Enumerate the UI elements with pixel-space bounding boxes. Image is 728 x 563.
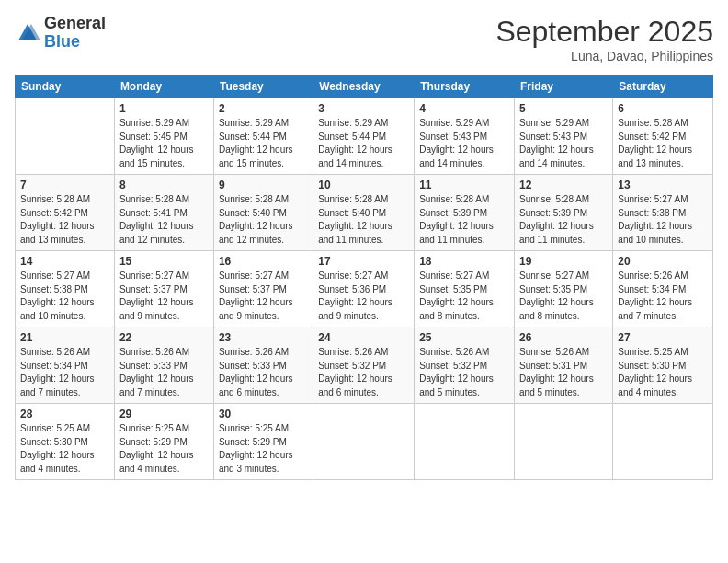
day-info: Sunrise: 5:28 AM Sunset: 5:42 PM Dayligh…: [618, 117, 708, 170]
calendar-cell: 19Sunrise: 5:27 AM Sunset: 5:35 PM Dayli…: [515, 251, 613, 327]
calendar-week-row: 1Sunrise: 5:29 AM Sunset: 5:45 PM Daylig…: [16, 98, 713, 175]
day-number: 22: [119, 331, 209, 344]
month-title: September 2025: [495, 15, 713, 49]
calendar-cell: 25Sunrise: 5:26 AM Sunset: 5:32 PM Dayli…: [415, 327, 515, 404]
calendar-cell: 17Sunrise: 5:27 AM Sunset: 5:36 PM Dayli…: [313, 251, 415, 327]
day-of-week-header: Wednesday: [313, 75, 415, 98]
calendar-week-row: 21Sunrise: 5:26 AM Sunset: 5:34 PM Dayli…: [16, 327, 713, 404]
day-info: Sunrise: 5:28 AM Sunset: 5:40 PM Dayligh…: [219, 193, 308, 247]
calendar-cell: [515, 404, 613, 480]
calendar-cell: 16Sunrise: 5:27 AM Sunset: 5:37 PM Dayli…: [213, 251, 313, 327]
day-info: Sunrise: 5:28 AM Sunset: 5:40 PM Dayligh…: [318, 193, 409, 247]
day-info: Sunrise: 5:26 AM Sunset: 5:32 PM Dayligh…: [419, 346, 509, 399]
day-info: Sunrise: 5:29 AM Sunset: 5:45 PM Dayligh…: [119, 117, 209, 170]
day-info: Sunrise: 5:26 AM Sunset: 5:33 PM Dayligh…: [119, 346, 209, 399]
calendar-cell: 11Sunrise: 5:28 AM Sunset: 5:39 PM Dayli…: [415, 175, 515, 251]
calendar-cell: 3Sunrise: 5:29 AM Sunset: 5:44 PM Daylig…: [313, 98, 415, 175]
day-number: 6: [618, 102, 708, 115]
day-info: Sunrise: 5:27 AM Sunset: 5:38 PM Dayligh…: [20, 270, 109, 323]
day-info: Sunrise: 5:26 AM Sunset: 5:34 PM Dayligh…: [20, 346, 109, 399]
day-number: 15: [119, 255, 209, 268]
day-number: 30: [219, 408, 308, 420]
day-number: 13: [618, 178, 708, 191]
title-block: September 2025 Luna, Davao, Philippines: [495, 15, 713, 63]
day-info: Sunrise: 5:29 AM Sunset: 5:43 PM Dayligh…: [419, 117, 509, 170]
calendar-cell: 4Sunrise: 5:29 AM Sunset: 5:43 PM Daylig…: [415, 98, 515, 175]
calendar-cell: 23Sunrise: 5:26 AM Sunset: 5:33 PM Dayli…: [213, 327, 313, 404]
day-info: Sunrise: 5:26 AM Sunset: 5:31 PM Dayligh…: [519, 346, 608, 399]
day-number: 1: [119, 102, 209, 115]
day-info: Sunrise: 5:28 AM Sunset: 5:41 PM Dayligh…: [119, 193, 209, 247]
day-number: 14: [20, 255, 109, 268]
calendar-week-row: 7Sunrise: 5:28 AM Sunset: 5:42 PM Daylig…: [16, 175, 713, 251]
day-info: Sunrise: 5:29 AM Sunset: 5:43 PM Dayligh…: [519, 117, 608, 170]
calendar-cell: 7Sunrise: 5:28 AM Sunset: 5:42 PM Daylig…: [16, 175, 115, 251]
day-number: 2: [219, 102, 308, 115]
day-number: 3: [318, 102, 409, 115]
calendar-cell: [415, 404, 515, 480]
day-number: 27: [618, 331, 708, 344]
calendar-cell: 13Sunrise: 5:27 AM Sunset: 5:38 PM Dayli…: [613, 175, 713, 251]
calendar-cell: 6Sunrise: 5:28 AM Sunset: 5:42 PM Daylig…: [613, 98, 713, 175]
logo: General Blue: [15, 15, 106, 52]
day-of-week-header: Thursday: [415, 75, 515, 98]
day-number: 23: [219, 331, 308, 344]
day-number: 21: [20, 331, 109, 344]
calendar-cell: 18Sunrise: 5:27 AM Sunset: 5:35 PM Dayli…: [415, 251, 515, 327]
day-info: Sunrise: 5:27 AM Sunset: 5:35 PM Dayligh…: [519, 270, 608, 323]
day-info: Sunrise: 5:25 AM Sunset: 5:30 PM Dayligh…: [20, 422, 109, 476]
logo-text: General Blue: [44, 15, 106, 52]
calendar-cell: 28Sunrise: 5:25 AM Sunset: 5:30 PM Dayli…: [16, 404, 115, 480]
calendar-week-row: 28Sunrise: 5:25 AM Sunset: 5:30 PM Dayli…: [16, 404, 713, 480]
day-number: 20: [618, 255, 708, 268]
day-of-week-header: Tuesday: [213, 75, 313, 98]
day-number: 12: [519, 178, 608, 191]
day-info: Sunrise: 5:25 AM Sunset: 5:29 PM Dayligh…: [219, 422, 308, 476]
logo-general: General: [44, 14, 106, 32]
calendar-cell: 8Sunrise: 5:28 AM Sunset: 5:41 PM Daylig…: [114, 175, 213, 251]
day-info: Sunrise: 5:26 AM Sunset: 5:34 PM Dayligh…: [618, 270, 708, 323]
day-number: 7: [20, 178, 109, 191]
calendar-cell: 26Sunrise: 5:26 AM Sunset: 5:31 PM Dayli…: [515, 327, 613, 404]
day-info: Sunrise: 5:28 AM Sunset: 5:39 PM Dayligh…: [519, 193, 608, 247]
day-of-week-header: Sunday: [16, 75, 115, 98]
calendar-header-row: SundayMondayTuesdayWednesdayThursdayFrid…: [16, 75, 713, 98]
day-number: 8: [119, 178, 209, 191]
calendar-cell: 21Sunrise: 5:26 AM Sunset: 5:34 PM Dayli…: [16, 327, 115, 404]
calendar-cell: [313, 404, 415, 480]
logo-icon: [15, 20, 40, 46]
day-info: Sunrise: 5:27 AM Sunset: 5:38 PM Dayligh…: [618, 193, 708, 247]
day-info: Sunrise: 5:29 AM Sunset: 5:44 PM Dayligh…: [318, 117, 409, 170]
calendar-cell: 5Sunrise: 5:29 AM Sunset: 5:43 PM Daylig…: [515, 98, 613, 175]
day-number: 28: [20, 408, 109, 420]
calendar-cell: [613, 404, 713, 480]
day-number: 19: [519, 255, 608, 268]
day-number: 17: [318, 255, 409, 268]
day-info: Sunrise: 5:29 AM Sunset: 5:44 PM Dayligh…: [219, 117, 308, 170]
calendar-cell: 24Sunrise: 5:26 AM Sunset: 5:32 PM Dayli…: [313, 327, 415, 404]
calendar-cell: 9Sunrise: 5:28 AM Sunset: 5:40 PM Daylig…: [213, 175, 313, 251]
day-of-week-header: Monday: [114, 75, 213, 98]
calendar-cell: 2Sunrise: 5:29 AM Sunset: 5:44 PM Daylig…: [213, 98, 313, 175]
day-number: 5: [519, 102, 608, 115]
logo-blue: Blue: [44, 32, 80, 51]
calendar-cell: 1Sunrise: 5:29 AM Sunset: 5:45 PM Daylig…: [114, 98, 213, 175]
day-info: Sunrise: 5:27 AM Sunset: 5:37 PM Dayligh…: [119, 270, 209, 323]
calendar-cell: 22Sunrise: 5:26 AM Sunset: 5:33 PM Dayli…: [114, 327, 213, 404]
day-number: 4: [419, 102, 509, 115]
calendar-cell: 27Sunrise: 5:25 AM Sunset: 5:30 PM Dayli…: [613, 327, 713, 404]
day-info: Sunrise: 5:25 AM Sunset: 5:29 PM Dayligh…: [119, 422, 209, 476]
day-info: Sunrise: 5:26 AM Sunset: 5:33 PM Dayligh…: [219, 346, 308, 399]
day-number: 18: [419, 255, 509, 268]
calendar-cell: 14Sunrise: 5:27 AM Sunset: 5:38 PM Dayli…: [16, 251, 115, 327]
calendar-table: SundayMondayTuesdayWednesdayThursdayFrid…: [15, 75, 713, 480]
day-info: Sunrise: 5:27 AM Sunset: 5:35 PM Dayligh…: [419, 270, 509, 323]
calendar-cell: 20Sunrise: 5:26 AM Sunset: 5:34 PM Dayli…: [613, 251, 713, 327]
calendar-week-row: 14Sunrise: 5:27 AM Sunset: 5:38 PM Dayli…: [16, 251, 713, 327]
day-number: 16: [219, 255, 308, 268]
day-number: 9: [219, 178, 308, 191]
day-info: Sunrise: 5:28 AM Sunset: 5:39 PM Dayligh…: [419, 193, 509, 247]
day-number: 10: [318, 178, 409, 191]
calendar-cell: 12Sunrise: 5:28 AM Sunset: 5:39 PM Dayli…: [515, 175, 613, 251]
day-of-week-header: Friday: [515, 75, 613, 98]
